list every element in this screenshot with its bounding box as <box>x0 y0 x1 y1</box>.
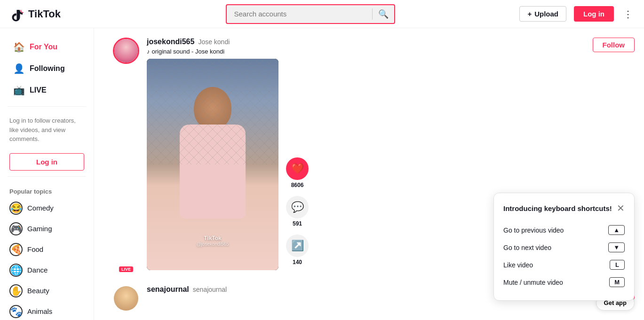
shortcut-label-2: Go to next video <box>503 244 551 251</box>
animals-icon: 🐾 <box>9 305 23 318</box>
user-info-2: senajournal senajournal <box>147 285 227 294</box>
shortcut-row-2: Go to next video ▼ <box>503 239 625 256</box>
shortcut-row-1: Go to previous video ▲ <box>503 221 625 239</box>
dance-label: Dance <box>27 266 48 274</box>
sidebar-divider-2 <box>8 176 86 177</box>
sidebar-item-following[interactable]: 👤 Following <box>4 58 90 79</box>
live-icon: 📺 <box>13 85 25 96</box>
login-prompt-text: Log in to follow creators, like videos, … <box>0 112 94 149</box>
tiktok-watermark: TikTok @josekondi565 <box>196 235 229 247</box>
login-button[interactable]: Log in <box>574 6 614 22</box>
sound-text-1: original sound - Jose kondi <box>152 48 225 55</box>
logo-text: TikTok <box>28 8 61 20</box>
comedy-label: Comedy <box>27 204 54 212</box>
avatar-area-1: LIVE <box>113 38 139 270</box>
animals-label: Animals <box>27 307 52 315</box>
avatar-area-2 <box>113 285 139 312</box>
sound-info-1[interactable]: ♪ original sound - Jose kondi <box>147 48 230 55</box>
popular-topics-label: Popular topics <box>0 182 94 198</box>
upload-label: Upload <box>534 10 558 18</box>
search-box: 🔍 <box>226 4 395 24</box>
more-options-button[interactable]: ⋮ <box>621 7 635 22</box>
comment-button-1[interactable]: 💬 591 <box>286 196 309 227</box>
home-icon: 🏠 <box>13 41 25 53</box>
video-thumbnail-1[interactable]: TikTok @josekondi565 <box>147 59 278 270</box>
topic-item-animals[interactable]: 🐾 Animals <box>0 301 94 320</box>
comedy-icon: 😂 <box>9 202 23 215</box>
share-count-1: 140 <box>293 259 302 265</box>
display-name-1: Jose kondi <box>198 38 230 46</box>
sidebar-login-button[interactable]: Log in <box>9 153 84 171</box>
video-header-1: josekondi565 Jose kondi ♪ original sound… <box>147 38 635 55</box>
shortcut-label-3: Like video <box>503 261 533 269</box>
shortcut-label-4: Mute / unmute video <box>503 279 563 286</box>
search-button[interactable]: 🔍 <box>373 5 394 23</box>
follow-button-1[interactable]: Follow <box>593 38 635 52</box>
live-badge: LIVE <box>119 266 133 272</box>
like-icon: ❤️ <box>286 157 309 180</box>
live-label: LIVE <box>30 86 47 94</box>
gaming-label: Gaming <box>27 225 52 233</box>
topic-item-food[interactable]: 🍕 Food <box>0 239 94 260</box>
username-2[interactable]: senajournal <box>147 285 189 294</box>
logo-area: TikTok <box>9 6 103 22</box>
keyboard-shortcuts-panel: Introducing keyboard shortcuts! ✕ Go to … <box>493 193 635 301</box>
comment-icon: 💬 <box>286 196 309 219</box>
topic-item-comedy[interactable]: 😂 Comedy <box>0 198 94 219</box>
for-you-label: For You <box>30 43 57 51</box>
search-area: 🔍 <box>103 4 517 24</box>
avatar-2[interactable] <box>113 285 139 312</box>
sidebar-divider-1 <box>8 106 86 107</box>
header-actions: + Upload Log in ⋮ <box>517 6 635 22</box>
music-note-icon: ♪ <box>147 48 150 55</box>
sidebar: 🏠 For You 👤 Following 📺 LIVE Log in to f… <box>0 28 94 320</box>
shortcut-label-1: Go to previous video <box>503 226 564 234</box>
shortcut-key-3: L <box>610 260 625 270</box>
food-icon: 🍕 <box>9 243 23 256</box>
like-count-1: 8606 <box>291 182 304 188</box>
panel-title: Introducing keyboard shortcuts! <box>503 204 612 212</box>
share-icon: ↗️ <box>286 234 309 257</box>
shortcut-key-1: ▲ <box>608 225 625 235</box>
beauty-icon: ✋ <box>9 284 23 297</box>
following-label: Following <box>30 64 65 73</box>
topic-item-beauty[interactable]: ✋ Beauty <box>0 281 94 301</box>
shortcut-row-3: Like video L <box>503 256 625 273</box>
sidebar-item-live[interactable]: 📺 LIVE <box>4 80 90 101</box>
shortcut-row-4: Mute / unmute video M <box>503 273 625 291</box>
like-button-1[interactable]: ❤️ 8606 <box>286 157 309 188</box>
following-icon: 👤 <box>13 63 25 74</box>
topic-item-dance[interactable]: 🌐 Dance <box>0 260 94 281</box>
shortcut-key-4: M <box>609 277 625 287</box>
close-panel-button[interactable]: ✕ <box>617 203 625 214</box>
username-1[interactable]: josekondi565 <box>147 38 194 46</box>
tiktok-logo-icon <box>9 6 25 22</box>
upload-button[interactable]: + Upload <box>519 6 566 22</box>
beauty-label: Beauty <box>27 287 49 295</box>
video-actions-1: ❤️ 8606 💬 591 ↗️ 140 <box>286 157 309 270</box>
avatar-1[interactable] <box>113 38 139 64</box>
share-button-1[interactable]: ↗️ 140 <box>286 234 309 265</box>
gaming-icon: 🎮 <box>9 222 23 235</box>
search-input[interactable] <box>227 6 372 22</box>
user-info-1: josekondi565 Jose kondi ♪ original sound… <box>147 38 230 55</box>
svg-rect-1 <box>147 59 278 164</box>
comment-count-1: 591 <box>293 220 302 227</box>
display-name-2: senajournal <box>193 286 227 293</box>
header: TikTok 🔍 + Upload Log in ⋮ <box>0 0 644 28</box>
shortcut-key-2: ▼ <box>608 242 625 252</box>
panel-header: Introducing keyboard shortcuts! ✕ <box>503 203 625 214</box>
food-label: Food <box>27 245 43 253</box>
dance-icon: 🌐 <box>9 264 23 277</box>
sidebar-item-for-you[interactable]: 🏠 For You <box>4 37 90 57</box>
topic-item-gaming[interactable]: 🎮 Gaming <box>0 219 94 239</box>
upload-icon: + <box>527 10 532 18</box>
